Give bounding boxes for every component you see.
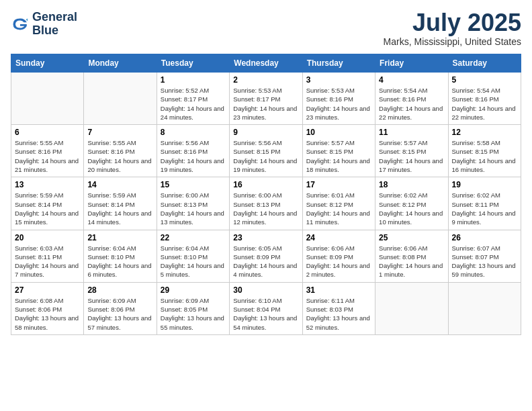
calendar-cell: 28Sunrise: 6:09 AM Sunset: 8:06 PM Dayli…: [84, 282, 157, 334]
calendar-cell: 1Sunrise: 5:52 AM Sunset: 8:17 PM Daylig…: [157, 73, 229, 125]
day-number: 18: [379, 180, 444, 189]
calendar-cell: 27Sunrise: 6:08 AM Sunset: 8:06 PM Dayli…: [11, 282, 84, 334]
weekday-header: Saturday: [448, 54, 521, 73]
calendar-cell: 4Sunrise: 5:54 AM Sunset: 8:16 PM Daylig…: [375, 73, 448, 125]
cell-info: Sunrise: 6:01 AM Sunset: 8:12 PM Dayligh…: [306, 191, 371, 226]
cell-info: Sunrise: 5:56 AM Sunset: 8:15 PM Dayligh…: [233, 138, 298, 174]
calendar-cell: 14Sunrise: 5:59 AM Sunset: 8:14 PM Dayli…: [84, 177, 157, 230]
calendar-cell: 23Sunrise: 6:05 AM Sunset: 8:09 PM Dayli…: [230, 230, 302, 282]
calendar-cell: 30Sunrise: 6:10 AM Sunset: 8:04 PM Dayli…: [230, 282, 302, 334]
day-number: 23: [233, 233, 298, 242]
day-number: 3: [306, 75, 371, 85]
calendar-cell: 31Sunrise: 6:11 AM Sunset: 8:03 PM Dayli…: [302, 282, 375, 334]
calendar-cell: [448, 282, 521, 334]
day-number: 27: [15, 285, 80, 295]
calendar-table: SundayMondayTuesdayWednesdayThursdayFrid…: [11, 54, 521, 335]
cell-info: Sunrise: 5:57 AM Sunset: 8:15 PM Dayligh…: [306, 138, 371, 174]
day-number: 5: [452, 75, 517, 85]
day-number: 4: [379, 75, 444, 85]
calendar-cell: 8Sunrise: 5:56 AM Sunset: 8:16 PM Daylig…: [157, 125, 229, 177]
day-number: 30: [233, 285, 298, 295]
cell-info: Sunrise: 5:55 AM Sunset: 8:16 PM Dayligh…: [87, 138, 152, 174]
calendar-header-row: SundayMondayTuesdayWednesdayThursdayFrid…: [11, 54, 521, 73]
day-number: 25: [379, 233, 444, 242]
day-number: 22: [161, 233, 226, 242]
day-number: 8: [161, 128, 226, 137]
cell-info: Sunrise: 5:59 AM Sunset: 8:14 PM Dayligh…: [15, 191, 80, 226]
calendar-week-row: 27Sunrise: 6:08 AM Sunset: 8:06 PM Dayli…: [11, 282, 521, 334]
cell-info: Sunrise: 5:54 AM Sunset: 8:16 PM Dayligh…: [452, 86, 517, 122]
calendar-cell: [84, 73, 157, 125]
day-number: 20: [15, 233, 80, 242]
cell-info: Sunrise: 6:07 AM Sunset: 8:07 PM Dayligh…: [452, 244, 517, 279]
cell-info: Sunrise: 6:11 AM Sunset: 8:03 PM Dayligh…: [306, 296, 371, 332]
day-number: 29: [161, 285, 226, 295]
cell-info: Sunrise: 6:06 AM Sunset: 8:08 PM Dayligh…: [379, 244, 444, 279]
logo-line1: General: [32, 11, 77, 24]
day-number: 11: [379, 128, 444, 137]
day-number: 14: [87, 180, 152, 189]
calendar-cell: 24Sunrise: 6:06 AM Sunset: 8:09 PM Dayli…: [302, 230, 375, 282]
calendar-cell: 10Sunrise: 5:57 AM Sunset: 8:15 PM Dayli…: [302, 125, 375, 177]
page-header: General Blue July 2025 Marks, Mississipp…: [11, 11, 521, 47]
month-year: July 2025: [384, 11, 521, 35]
calendar-cell: 5Sunrise: 5:54 AM Sunset: 8:16 PM Daylig…: [448, 73, 521, 125]
cell-info: Sunrise: 6:00 AM Sunset: 8:13 PM Dayligh…: [233, 191, 298, 226]
cell-info: Sunrise: 6:04 AM Sunset: 8:10 PM Dayligh…: [161, 244, 226, 279]
calendar-body: 1Sunrise: 5:52 AM Sunset: 8:17 PM Daylig…: [11, 73, 521, 335]
logo: General Blue: [11, 11, 77, 38]
logo-icon: [11, 15, 30, 34]
day-number: 6: [15, 128, 80, 137]
weekday-header: Friday: [375, 54, 448, 73]
cell-info: Sunrise: 6:02 AM Sunset: 8:12 PM Dayligh…: [379, 191, 444, 226]
cell-info: Sunrise: 6:03 AM Sunset: 8:11 PM Dayligh…: [15, 244, 80, 279]
cell-info: Sunrise: 6:05 AM Sunset: 8:09 PM Dayligh…: [233, 244, 298, 279]
day-number: 9: [233, 128, 298, 137]
calendar-cell: 2Sunrise: 5:53 AM Sunset: 8:17 PM Daylig…: [230, 73, 302, 125]
weekday-header: Tuesday: [157, 54, 229, 73]
logo-line2: Blue: [32, 24, 77, 38]
calendar-week-row: 20Sunrise: 6:03 AM Sunset: 8:11 PM Dayli…: [11, 230, 521, 282]
calendar-cell: 3Sunrise: 5:53 AM Sunset: 8:16 PM Daylig…: [302, 73, 375, 125]
cell-info: Sunrise: 5:55 AM Sunset: 8:16 PM Dayligh…: [15, 138, 80, 174]
day-number: 19: [452, 180, 517, 189]
day-number: 7: [87, 128, 152, 137]
calendar-cell: 15Sunrise: 6:00 AM Sunset: 8:13 PM Dayli…: [157, 177, 229, 230]
calendar-cell: 16Sunrise: 6:00 AM Sunset: 8:13 PM Dayli…: [230, 177, 302, 230]
day-number: 16: [233, 180, 298, 189]
cell-info: Sunrise: 6:04 AM Sunset: 8:10 PM Dayligh…: [87, 244, 152, 279]
day-number: 17: [306, 180, 371, 189]
cell-info: Sunrise: 6:09 AM Sunset: 8:05 PM Dayligh…: [161, 296, 226, 332]
day-number: 31: [306, 285, 371, 295]
cell-info: Sunrise: 6:06 AM Sunset: 8:09 PM Dayligh…: [306, 244, 371, 279]
calendar-cell: 21Sunrise: 6:04 AM Sunset: 8:10 PM Dayli…: [84, 230, 157, 282]
day-number: 21: [87, 233, 152, 242]
cell-info: Sunrise: 5:53 AM Sunset: 8:17 PM Dayligh…: [233, 86, 298, 122]
cell-info: Sunrise: 6:08 AM Sunset: 8:06 PM Dayligh…: [15, 296, 80, 332]
calendar-cell: 19Sunrise: 6:02 AM Sunset: 8:11 PM Dayli…: [448, 177, 521, 230]
calendar-week-row: 13Sunrise: 5:59 AM Sunset: 8:14 PM Dayli…: [11, 177, 521, 230]
cell-info: Sunrise: 5:58 AM Sunset: 8:15 PM Dayligh…: [452, 138, 517, 174]
calendar-cell: 13Sunrise: 5:59 AM Sunset: 8:14 PM Dayli…: [11, 177, 84, 230]
day-number: 2: [233, 75, 298, 85]
calendar-cell: 6Sunrise: 5:55 AM Sunset: 8:16 PM Daylig…: [11, 125, 84, 177]
cell-info: Sunrise: 5:59 AM Sunset: 8:14 PM Dayligh…: [87, 191, 152, 226]
cell-info: Sunrise: 5:54 AM Sunset: 8:16 PM Dayligh…: [379, 86, 444, 122]
calendar-cell: 18Sunrise: 6:02 AM Sunset: 8:12 PM Dayli…: [375, 177, 448, 230]
cell-info: Sunrise: 5:57 AM Sunset: 8:15 PM Dayligh…: [379, 138, 444, 174]
logo-text: General Blue: [32, 11, 77, 38]
calendar-cell: 20Sunrise: 6:03 AM Sunset: 8:11 PM Dayli…: [11, 230, 84, 282]
calendar-cell: 9Sunrise: 5:56 AM Sunset: 8:15 PM Daylig…: [230, 125, 302, 177]
cell-info: Sunrise: 6:10 AM Sunset: 8:04 PM Dayligh…: [233, 296, 298, 332]
calendar-cell: 7Sunrise: 5:55 AM Sunset: 8:16 PM Daylig…: [84, 125, 157, 177]
cell-info: Sunrise: 6:09 AM Sunset: 8:06 PM Dayligh…: [87, 296, 152, 332]
calendar-cell: 29Sunrise: 6:09 AM Sunset: 8:05 PM Dayli…: [157, 282, 229, 334]
day-number: 28: [87, 285, 152, 295]
calendar-cell: 11Sunrise: 5:57 AM Sunset: 8:15 PM Dayli…: [375, 125, 448, 177]
weekday-header: Monday: [84, 54, 157, 73]
calendar-cell: 25Sunrise: 6:06 AM Sunset: 8:08 PM Dayli…: [375, 230, 448, 282]
calendar-cell: 22Sunrise: 6:04 AM Sunset: 8:10 PM Dayli…: [157, 230, 229, 282]
day-number: 13: [15, 180, 80, 189]
calendar-week-row: 1Sunrise: 5:52 AM Sunset: 8:17 PM Daylig…: [11, 73, 521, 125]
weekday-header: Thursday: [302, 54, 375, 73]
